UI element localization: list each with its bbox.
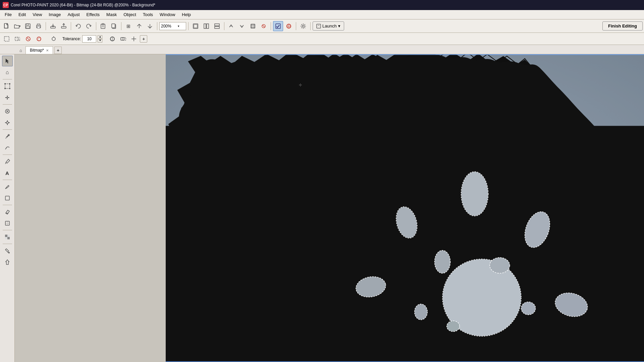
- move-tool[interactable]: ✛: [2, 92, 13, 103]
- separator-1: [46, 22, 46, 30]
- main-area: ⌂ ✛ A: [0, 54, 644, 362]
- transform-2[interactable]: [237, 21, 247, 31]
- tab-close-icon[interactable]: ✕: [46, 49, 49, 52]
- home-tab-btn[interactable]: ⌂: [16, 47, 25, 54]
- pointer-tool[interactable]: [2, 56, 13, 66]
- menu-object[interactable]: Object: [120, 11, 140, 18]
- rectangle-mask-tool[interactable]: [2, 193, 13, 203]
- fit-window[interactable]: ⊞: [123, 21, 133, 31]
- mask-transform-tool[interactable]: [2, 81, 13, 92]
- eyedropper-tool[interactable]: [2, 131, 13, 142]
- svg-line-33: [263, 25, 265, 27]
- open-button[interactable]: ▾: [12, 21, 22, 31]
- add-new-option[interactable]: +: [140, 35, 147, 43]
- eraser-tool[interactable]: [2, 206, 13, 217]
- zoom-in[interactable]: [134, 21, 144, 31]
- transform-4[interactable]: [259, 21, 269, 31]
- svg-point-47: [37, 37, 41, 41]
- import-button[interactable]: [48, 21, 58, 31]
- save-button[interactable]: [23, 21, 33, 31]
- zoom-out[interactable]: [145, 21, 155, 31]
- mask-tool-2[interactable]: [284, 21, 294, 31]
- brush-tool[interactable]: [2, 181, 13, 192]
- transform-3[interactable]: [248, 21, 258, 31]
- svg-rect-41: [15, 37, 18, 41]
- tolerance-spinner[interactable]: ▲ ▼: [98, 35, 102, 43]
- menu-tools[interactable]: Tools: [140, 11, 156, 18]
- paint-tool[interactable]: [2, 245, 13, 256]
- zoom-input[interactable]: 200%: [161, 24, 178, 28]
- menu-view[interactable]: View: [29, 11, 45, 18]
- tolerance-up[interactable]: ▲: [98, 35, 102, 39]
- svg-point-60: [4, 88, 6, 89]
- mask-new[interactable]: [2, 34, 11, 44]
- checker-tool[interactable]: [2, 232, 13, 242]
- menu-help[interactable]: Help: [178, 11, 194, 18]
- view-mode-1[interactable]: [201, 21, 211, 31]
- menu-image[interactable]: Image: [45, 11, 64, 18]
- canvas-area: ⊹: [15, 54, 644, 362]
- svg-point-38: [302, 25, 304, 27]
- settings-button[interactable]: [298, 21, 308, 31]
- svg-rect-69: [5, 196, 9, 200]
- new-from-clipboard[interactable]: [98, 21, 108, 31]
- home-tool[interactable]: ⌂: [2, 67, 13, 78]
- tolerance-down[interactable]: ▼: [98, 39, 102, 43]
- copy-attributes[interactable]: [109, 21, 119, 31]
- svg-rect-39: [317, 24, 321, 28]
- menu-adjust[interactable]: Adjust: [64, 11, 83, 18]
- left-toolbar: ⌂ ✛ A: [0, 54, 15, 362]
- separator-10: [310, 22, 311, 30]
- svg-point-58: [4, 83, 6, 84]
- menu-window[interactable]: Window: [156, 11, 178, 18]
- tabbar: ⌂ Bitmap* ✕ +: [0, 45, 644, 54]
- object-rect-tool[interactable]: [2, 218, 13, 229]
- svg-line-45: [27, 38, 29, 40]
- fill-tool[interactable]: [2, 257, 13, 267]
- undo-button[interactable]: [73, 21, 83, 31]
- smart-fill-tool[interactable]: [2, 106, 13, 117]
- menu-file[interactable]: File: [1, 11, 15, 18]
- launch-label: Launch: [322, 23, 337, 28]
- menu-edit[interactable]: Edit: [15, 11, 29, 18]
- mask-remove[interactable]: [23, 34, 33, 44]
- center-option[interactable]: [129, 34, 139, 44]
- dropper-tool[interactable]: [2, 156, 13, 167]
- separator-5: [157, 22, 157, 30]
- full-screen[interactable]: [191, 21, 201, 31]
- new-button[interactable]: [1, 21, 11, 31]
- menu-mask[interactable]: Mask: [103, 11, 120, 18]
- launch-button[interactable]: Launch ▾: [313, 21, 344, 31]
- svg-rect-9: [61, 26, 66, 28]
- svg-point-49: [52, 37, 55, 41]
- export-button[interactable]: [59, 21, 69, 31]
- options-bar: + Tolerance: 10 ▲ ▼ +: [0, 33, 644, 45]
- bitmap-tab[interactable]: Bitmap* ✕: [25, 46, 53, 54]
- feather-option[interactable]: [118, 34, 128, 44]
- finish-editing-button[interactable]: Finish Editing: [602, 21, 643, 31]
- curve-tool[interactable]: [2, 142, 13, 153]
- left-sep-1: [3, 79, 12, 79]
- text-tool[interactable]: A: [2, 168, 13, 178]
- left-sep-2: [3, 104, 12, 105]
- mask-tool-active[interactable]: [273, 21, 283, 31]
- mask-intersect[interactable]: [34, 34, 44, 44]
- svg-rect-74: [5, 235, 7, 237]
- svg-point-104: [490, 257, 510, 273]
- pan-tool[interactable]: [2, 117, 13, 128]
- menu-effects[interactable]: Effects: [83, 11, 103, 18]
- mask-add[interactable]: +: [13, 34, 22, 44]
- snap-option[interactable]: [49, 34, 58, 44]
- svg-rect-3: [26, 26, 30, 28]
- anti-alias-option[interactable]: [108, 34, 117, 44]
- menubar: File Edit View Image Adjust Effects Mask…: [0, 10, 644, 19]
- left-sep-7: [3, 230, 12, 230]
- zoom-control[interactable]: 200% ▾: [159, 22, 186, 30]
- add-tab-button[interactable]: +: [54, 47, 62, 54]
- tolerance-input[interactable]: 10: [82, 35, 96, 43]
- transform-1[interactable]: [226, 21, 236, 31]
- separator-3: [96, 22, 96, 30]
- view-mode-2[interactable]: [212, 21, 222, 31]
- redo-button[interactable]: [84, 21, 94, 31]
- print-button[interactable]: [34, 21, 44, 31]
